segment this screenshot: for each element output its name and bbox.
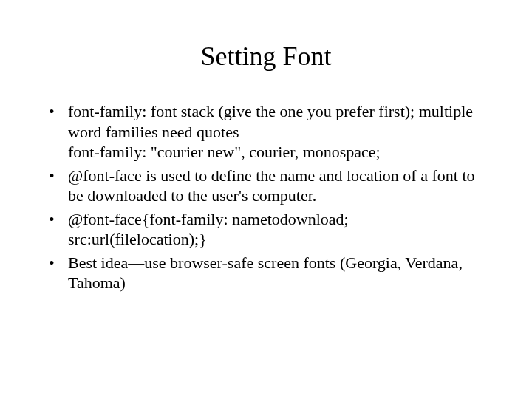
bullet-list: font-family: font stack (give the one yo…	[44, 101, 488, 293]
list-item: @font-face{font-family: nametodownload; …	[44, 209, 488, 250]
list-item: font-family: font stack (give the one yo…	[44, 101, 488, 163]
list-item: Best idea—use browser-safe screen fonts …	[44, 253, 488, 293]
bullet-text: @font-face is used to define the name an…	[68, 166, 488, 206]
bullet-text: @font-face{font-family: nametodownload; …	[68, 209, 488, 250]
slide-title: Setting Font	[44, 41, 488, 72]
bullet-text: font-family: font stack (give the one yo…	[68, 101, 488, 163]
bullet-text: Best idea—use browser-safe screen fonts …	[68, 253, 488, 293]
list-item: @font-face is used to define the name an…	[44, 166, 488, 206]
